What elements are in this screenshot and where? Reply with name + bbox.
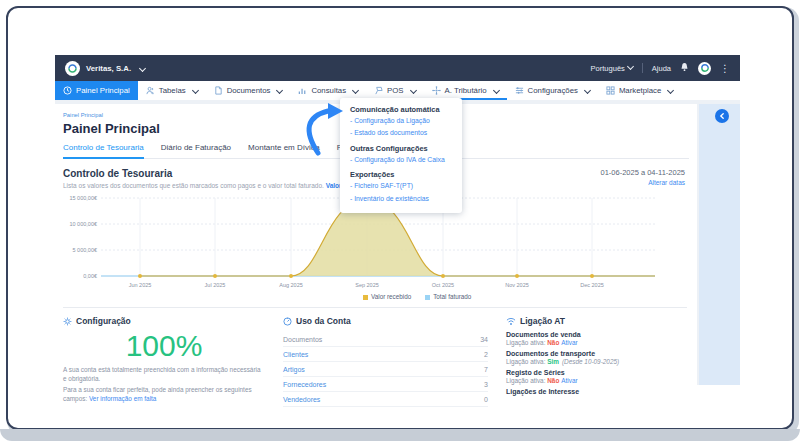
chevron-left-icon (719, 113, 725, 119)
dropdown-section-heading: Exportações (350, 170, 452, 179)
date-range: 01-06-2025 a 04-11-2025 (600, 168, 685, 177)
chart-legend: Valor recebido Total faturado (363, 293, 697, 300)
bar-chart-icon (298, 86, 307, 95)
menu-item-configuracoes[interactable]: Configurações (507, 81, 598, 100)
chevron-down-icon (192, 87, 199, 94)
x-tick: Nov 2025 (505, 282, 529, 288)
ativar-link[interactable]: Ativar (561, 339, 577, 346)
legend-valor-recebido: Valor recebido (363, 293, 411, 300)
dropdown-link-estado-documentos[interactable]: Estado dos documentos (350, 129, 452, 137)
tab-diario-de-faturacao[interactable]: Diário de Faturação (161, 143, 231, 158)
language-selector[interactable]: Português (591, 64, 633, 73)
status-nao: Não (547, 339, 559, 346)
clock-icon (63, 86, 72, 95)
app-window: Veritas, S.A. Português Ajuda ⋮ Painel P… (55, 55, 740, 385)
usage-row-clientes: Clientes2 (283, 347, 488, 362)
chevron-down-icon (352, 87, 359, 94)
dropdown-link-iva-caixa[interactable]: Configuração do IVA de Caixa (350, 156, 452, 164)
annotation-arrow (298, 101, 356, 159)
company-name: Veritas, S.A. (86, 64, 131, 73)
dropdown-section-heading: Comunicação automática (350, 105, 452, 114)
status-sim: Sim (547, 358, 559, 365)
chevron-down-icon (276, 87, 283, 94)
dropdown-link-configuracao-ligacao[interactable]: Configuração da Ligação (350, 117, 452, 125)
divider (63, 307, 687, 308)
y-tick: 5 000,00€ (73, 247, 97, 253)
users-icon (146, 86, 155, 95)
x-tick: Aug 2025 (279, 282, 303, 288)
chevron-down-icon (493, 87, 500, 94)
a-tributario-dropdown: Comunicação automática Configuração da L… (340, 98, 462, 213)
change-dates-link[interactable]: Alterar datas (600, 179, 685, 186)
at-item-documentos-transporte: Documentos de transporte Ligação ativa: … (506, 350, 685, 365)
right-side-panel (699, 104, 740, 385)
config-panel: Configuração 100% A sua conta está total… (63, 316, 265, 407)
account-usage-panel: Uso da Conta Documentos34 Clientes2 Arti… (283, 316, 488, 407)
config-text-2: Para a sua conta ficar perfeita, pode ai… (63, 386, 265, 404)
company-logo-icon (65, 61, 80, 76)
status-nao: Não (547, 377, 559, 384)
chevron-down-icon (627, 62, 634, 69)
dropdown-link-saft[interactable]: Ficheiro SAF-T(PT) (350, 182, 452, 190)
kebab-menu-icon[interactable]: ⋮ (720, 63, 730, 74)
usage-row-artigos: Artigos7 (283, 362, 488, 377)
gauge-icon (283, 317, 292, 326)
missing-info-link[interactable]: Ver informação em falta (89, 395, 157, 402)
grid-icon (606, 86, 615, 95)
notifications-bell-icon[interactable] (680, 62, 689, 74)
pos-terminal-icon (374, 86, 383, 95)
x-tick: Sep 2025 (355, 282, 379, 288)
panel-collapse-button[interactable] (715, 109, 729, 123)
config-title: Configuração (76, 316, 131, 326)
y-tick: 10 000,00€ (69, 221, 97, 227)
y-tick: 15 000,00€ (69, 195, 97, 201)
at-item-ligacoes-interesse: Ligações de Interesse (506, 388, 685, 395)
dropdown-section-heading: Outras Configurações (350, 144, 452, 153)
at-connection-panel: Ligação AT Documentos de venda Ligação a… (506, 316, 685, 407)
device-base (0, 429, 800, 441)
chevron-down-icon (667, 87, 674, 94)
x-tick: Jun 2025 (129, 282, 152, 288)
chevron-down-icon (410, 87, 417, 94)
y-tick: 0,00€ (83, 273, 97, 279)
config-percent: 100% (63, 329, 265, 363)
gear-icon (63, 317, 72, 326)
wifi-icon (506, 317, 516, 326)
x-tick: Dec 2025 (580, 282, 604, 288)
chevron-down-icon (584, 87, 591, 94)
section-description: Lista os valores dos documentos que estã… (63, 182, 376, 189)
usage-row-vendedores: Vendedores0 (283, 392, 488, 407)
top-navbar: Veritas, S.A. Português Ajuda ⋮ (55, 55, 740, 81)
user-avatar[interactable] (698, 62, 711, 75)
at-item-documentos-venda: Documentos de venda Ligação ativa: NãoAt… (506, 331, 685, 346)
dropdown-link-inventario[interactable]: Inventário de existências (350, 195, 452, 203)
x-tick: Jul 2025 (205, 282, 226, 288)
menu-item-documentos[interactable]: Documentos (206, 81, 291, 100)
menu-item-tabelas[interactable]: Tabelas (138, 81, 206, 100)
x-tick: Oct 2025 (432, 282, 454, 288)
section-heading: Controlo de Tesouraria (63, 168, 376, 179)
chevron-down-icon (139, 64, 146, 71)
at-title: Ligação AT (520, 316, 565, 326)
divider (642, 63, 643, 73)
usage-title: Uso da Conta (296, 316, 351, 326)
document-icon (214, 86, 223, 95)
legend-swatch-yellow (363, 295, 368, 300)
sliders-icon (515, 86, 524, 95)
status-note: (Desde 10-09-2025) (562, 358, 619, 365)
tab-controlo-de-tesouraria[interactable]: Controlo de Tesouraria (63, 143, 144, 159)
legend-swatch-blue (425, 295, 430, 300)
usage-row-documentos: Documentos34 (283, 332, 488, 347)
company-menu[interactable]: Veritas, S.A. (65, 61, 145, 76)
menu-item-marketplace[interactable]: Marketplace (598, 81, 681, 100)
hub-icon (432, 86, 441, 95)
legend-total-faturado: Total faturado (425, 293, 471, 300)
help-link[interactable]: Ajuda (652, 64, 671, 73)
config-text-1: A sua conta está totalmente preenchida c… (63, 366, 265, 384)
usage-row-fornecedores: Fornecedores3 (283, 377, 488, 392)
at-item-registo-series: Registo de Séries Ligação ativa: NãoAtiv… (506, 369, 685, 384)
ativar-link[interactable]: Ativar (561, 377, 577, 384)
menu-item-painel-principal[interactable]: Painel Principal (55, 81, 138, 100)
